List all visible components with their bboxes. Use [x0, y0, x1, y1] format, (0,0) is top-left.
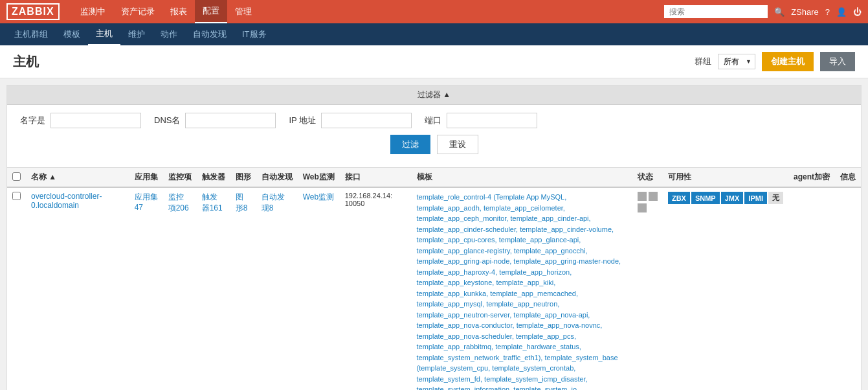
nav-assets[interactable]: 资产记录 [113, 0, 162, 23]
autodiscovery-link[interactable]: 自动发 [262, 192, 293, 203]
filter-section: 过滤器 ▲ 名字是 DNS名 IP 地址 端口 过滤 重设 [6, 85, 862, 168]
ipmi-badge[interactable]: IPMI [744, 192, 767, 204]
filter-dns-input[interactable] [185, 113, 276, 128]
reset-button[interactable]: 重设 [437, 135, 478, 154]
col-info: 信息 [835, 168, 861, 187]
col-monitor: 监控项 [163, 168, 197, 187]
row-graph-cell: 图 形8 [230, 187, 256, 390]
monitor-link[interactable]: 监控 [168, 192, 192, 203]
group-select-wrapper[interactable]: 所有 [718, 54, 755, 69]
create-host-button[interactable]: 创建主机 [762, 52, 814, 71]
graph-count-link[interactable]: 形8 [236, 203, 251, 214]
logout-icon[interactable]: ⏻ [853, 7, 862, 17]
appset-count-link[interactable]: 47 [135, 203, 158, 212]
nav-reports[interactable]: 报表 [162, 0, 195, 23]
row-template-cell: template_role_control-4 (Template App My… [412, 187, 632, 390]
subnav-discovery[interactable]: 自动发现 [185, 23, 234, 45]
col-template: 模板 [412, 168, 632, 187]
trigger-count-link[interactable]: 器161 [202, 203, 225, 214]
subnav-templates[interactable]: 模板 [56, 23, 88, 45]
graph-link[interactable]: 图 [236, 192, 251, 203]
nav-config[interactable]: 配置 [195, 0, 227, 23]
row-trigger-cell: 触发 器161 [197, 187, 230, 390]
row-encrypt-cell [788, 187, 835, 390]
col-checkbox [7, 168, 26, 187]
import-button[interactable]: 导入 [820, 52, 855, 71]
help-icon[interactable]: ? [825, 7, 830, 17]
filter-row: 名字是 DNS名 IP 地址 端口 [20, 113, 848, 128]
search-icon[interactable]: 🔍 [774, 7, 785, 17]
status-icon-2 [649, 192, 658, 201]
web-link[interactable]: Web监测 [303, 192, 334, 201]
filter-dns-label: DNS名 [154, 115, 180, 126]
search-input[interactable] [664, 5, 768, 18]
row-web-cell: Web监测 [298, 187, 340, 390]
status-icon-row [638, 192, 658, 201]
sub-nav: 主机群组 模板 主机 维护 动作 自动发现 IT服务 [0, 23, 868, 45]
row-interface-cell: 192.168.24.14: 10050 [340, 187, 412, 390]
col-interface: 接口 [340, 168, 412, 187]
col-web: Web监测 [298, 168, 340, 187]
monitor-info: 监控 项206 [168, 192, 192, 214]
subnav-it-services[interactable]: IT服务 [234, 23, 274, 45]
filter-port-field: 端口 [425, 113, 537, 128]
row-checkbox[interactable] [12, 192, 21, 200]
filter-name-input[interactable] [50, 113, 141, 128]
jmx-badge[interactable]: JMX [721, 192, 744, 204]
filter-port-input[interactable] [447, 113, 537, 128]
availability-badges: ZBX SNMP JMX IPMI 无 [668, 192, 783, 204]
zbx-badge[interactable]: ZBX [668, 192, 690, 204]
table-body: overcloud-controller-0.localdomain 应用集 4… [7, 187, 861, 390]
nav-monitoring[interactable]: 监测中 [72, 0, 113, 23]
graph-info: 图 形8 [236, 192, 251, 214]
status-icon-1 [638, 192, 647, 201]
subnav-maintenance[interactable]: 维护 [120, 23, 153, 45]
monitor-count-link[interactable]: 项206 [168, 203, 192, 214]
table-header: 名称 ▲ 应用集 监控项 触发器 图形 自动发现 Web监测 接口 模板 状态 … [7, 168, 861, 187]
logo: ZABBIX [6, 3, 60, 20]
col-name: 名称 ▲ [26, 168, 129, 187]
page-title: 主机 [13, 53, 39, 71]
host-link[interactable]: overcloud-controller-0.localdomain [31, 192, 102, 210]
filter-name-label: 名字是 [20, 115, 45, 126]
filter-header[interactable]: 过滤器 ▲ [7, 86, 861, 105]
appset-link[interactable]: 应用集 [135, 192, 158, 203]
col-graph: 图形 [230, 168, 256, 187]
nav-admin[interactable]: 管理 [227, 0, 260, 23]
status-icon-row-2 [638, 203, 658, 212]
filter-ip-input[interactable] [321, 113, 412, 128]
subnav-actions[interactable]: 动作 [153, 23, 185, 45]
table-section: 名称 ▲ 应用集 监控项 触发器 图形 自动发现 Web监测 接口 模板 状态 … [6, 168, 862, 390]
autodiscovery-count-link[interactable]: 现8 [262, 203, 293, 214]
filter-name-field: 名字是 [20, 113, 141, 128]
col-appset: 应用集 [129, 168, 163, 187]
filter-body: 名字是 DNS名 IP 地址 端口 过滤 重设 [7, 105, 861, 167]
col-status: 状态 [632, 168, 663, 187]
status-icon-3 [638, 203, 647, 212]
top-nav-right: 🔍 ZShare ? 👤 ⏻ [664, 5, 862, 18]
row-autodiscovery-cell: 自动发 现8 [256, 187, 298, 390]
subnav-hosts[interactable]: 主机 [88, 23, 120, 45]
col-agent-encrypt: agent加密 [788, 168, 835, 187]
select-all-checkbox[interactable] [12, 172, 21, 181]
row-info-cell [835, 187, 861, 390]
appset-info: 应用集 47 [135, 192, 158, 212]
autodiscovery-info: 自动发 现8 [262, 192, 293, 214]
row-checkbox-cell [7, 187, 26, 390]
hosts-table: 名称 ▲ 应用集 监控项 触发器 图形 自动发现 Web监测 接口 模板 状态 … [7, 168, 861, 390]
filter-ip-field: IP 地址 [289, 113, 412, 128]
template-list: template_role_control-4 (Template App My… [417, 192, 627, 390]
snmp-badge[interactable]: SNMP [691, 192, 720, 204]
col-availability: 可用性 [663, 168, 788, 187]
status-icons [638, 192, 658, 212]
filter-button[interactable]: 过滤 [390, 135, 430, 154]
header-right: 群组 所有 创建主机 导入 [695, 52, 855, 71]
group-select[interactable]: 所有 [718, 54, 755, 69]
page-header: 主机 群组 所有 创建主机 导入 [0, 45, 868, 78]
share-icon[interactable]: ZShare [791, 7, 819, 17]
trigger-link[interactable]: 触发 [202, 192, 225, 203]
user-icon[interactable]: 👤 [836, 7, 847, 17]
top-nav: ZABBIX 监测中 资产记录 报表 配置 管理 🔍 ZShare ? 👤 ⏻ [0, 0, 868, 23]
none-badge[interactable]: 无 [768, 192, 783, 204]
subnav-host-groups[interactable]: 主机群组 [6, 23, 56, 45]
